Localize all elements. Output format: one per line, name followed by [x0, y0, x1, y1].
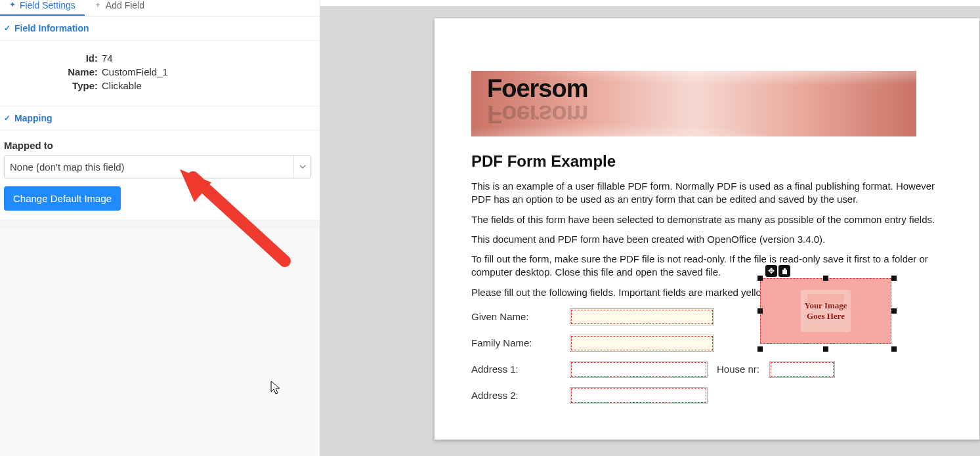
field-type-label: Type:: [0, 80, 102, 91]
field-name-value: CustomField_1: [102, 66, 168, 77]
check-icon: ✓: [4, 24, 11, 33]
resize-handle[interactable]: [757, 276, 763, 281]
left-panel: ✦ Field Settings ＋ Add Field ✓ Field Inf…: [0, 0, 320, 456]
mapped-to-select[interactable]: None (don't map this field): [4, 155, 311, 178]
resize-handle[interactable]: [891, 346, 897, 352]
input-inner: [571, 310, 713, 324]
field-id-label: Id:: [0, 52, 102, 64]
resize-handle[interactable]: [757, 346, 763, 352]
input-address-2[interactable]: [570, 387, 708, 404]
pdf-page: Foersom Foersom PDF Form Example This is…: [435, 18, 979, 440]
left-empty-area: [0, 228, 320, 456]
doc-heading: PDF Form Example: [471, 152, 943, 171]
mapped-to-label: Mapped to: [4, 140, 313, 151]
input-family-name[interactable]: [570, 335, 714, 352]
label-address-2: Address 2:: [471, 390, 570, 401]
label-given-name: Given Name:: [471, 311, 570, 322]
check-icon: ✓: [4, 114, 11, 123]
widget-body[interactable]: Your ImageGoes Here: [760, 278, 891, 344]
plus-icon: ＋: [94, 0, 102, 9]
field-name-row: Name: CustomField_1: [0, 66, 320, 77]
trash-icon[interactable]: [778, 265, 790, 277]
doc-p1: This is an example of a user fillable PD…: [471, 180, 943, 207]
tab-label: Add Field: [106, 0, 144, 10]
panel-tabs: ✦ Field Settings ＋ Add Field: [0, 0, 320, 16]
section-field-information[interactable]: ✓ Field Information: [0, 16, 320, 41]
row-address-1: Address 1: House nr:: [471, 361, 943, 378]
doc-p2: The fields of this form have been select…: [471, 213, 943, 226]
preview-area: Foersom Foersom PDF Form Example This is…: [320, 0, 980, 456]
input-address-1[interactable]: [570, 361, 708, 378]
gear-icon: ✦: [9, 0, 16, 9]
brand-reflection: Foersom: [487, 100, 587, 128]
label-family-name: Family Name:: [471, 337, 570, 348]
section-title: Mapping: [14, 113, 53, 123]
field-id-value: 74: [102, 52, 113, 64]
doc-p3: This document and PDF form have been cre…: [471, 233, 943, 246]
resize-handle[interactable]: [891, 276, 897, 281]
resize-handle[interactable]: [823, 276, 828, 281]
brand-name: Foersom: [487, 75, 587, 103]
doc-p4: To fill out the form, make sure the PDF …: [471, 253, 943, 280]
section-title: Field Information: [14, 23, 89, 33]
input-given-name[interactable]: [570, 308, 714, 325]
field-type-row: Type: Clickable: [0, 80, 320, 91]
input-inner: [571, 362, 706, 377]
input-inner: [571, 388, 706, 403]
label-address-1: Address 1:: [471, 363, 570, 375]
input-house-nr[interactable]: [769, 361, 835, 378]
field-id-row: Id: 74: [0, 52, 320, 64]
resize-handle[interactable]: [757, 308, 763, 314]
tab-field-settings[interactable]: ✦ Field Settings: [0, 0, 85, 16]
field-information-body: Id: 74 Name: CustomField_1 Type: Clickab…: [0, 41, 320, 106]
image-field-widget[interactable]: ✥ Your ImageGoes Here: [760, 278, 894, 349]
input-inner: [571, 336, 713, 350]
tab-label: Field Settings: [20, 0, 75, 10]
preview-topbar: [320, 0, 980, 7]
field-name-label: Name:: [0, 66, 102, 77]
move-icon[interactable]: ✥: [765, 265, 777, 277]
input-inner: [771, 362, 834, 377]
image-placeholder-text: Your ImageGoes Here: [761, 279, 891, 343]
widget-toolbar: ✥: [765, 265, 790, 277]
doc-banner: Foersom Foersom: [471, 71, 916, 136]
chevron-down-icon: [293, 155, 310, 178]
section-mapping[interactable]: ✓ Mapping: [0, 106, 320, 131]
change-default-image-button[interactable]: Change Default Image: [4, 186, 121, 211]
tab-add-field[interactable]: ＋ Add Field: [85, 0, 154, 16]
field-type-value: Clickable: [102, 80, 142, 91]
mapping-body: Mapped to None (don't map this field) Ch…: [0, 131, 320, 220]
label-house-nr: House nr:: [717, 363, 769, 375]
resize-handle[interactable]: [891, 308, 897, 314]
row-address-2: Address 2:: [471, 387, 943, 404]
resize-handle[interactable]: [823, 346, 828, 352]
select-value: None (don't map this field): [10, 161, 125, 173]
